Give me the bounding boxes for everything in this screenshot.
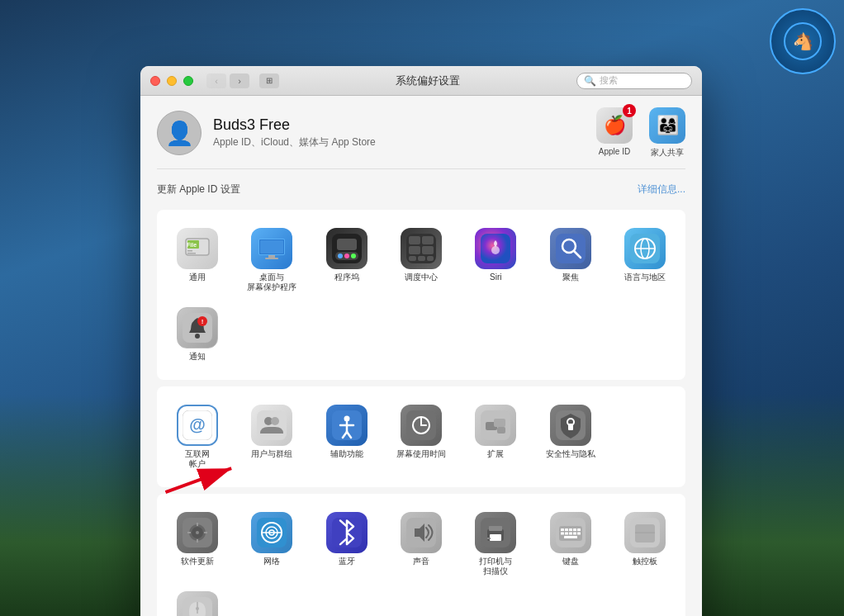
svg-rect-26 [418,256,425,261]
siri-label: Siri [490,272,501,282]
svg-rect-97 [635,524,655,543]
language-label: 语言与地区 [624,272,666,282]
grid-item-language[interactable]: 语言与地区 [609,223,680,297]
avatar-icon: 👤 [165,120,194,147]
internet-icon: @ [177,405,218,446]
svg-rect-90 [561,533,564,535]
svg-rect-12 [268,255,275,258]
general-icon: File [177,228,218,269]
desktop-icon [251,228,292,269]
back-button[interactable]: ‹ [206,73,226,88]
corner-logo: 🐴 [770,8,836,74]
grid-item-spotlight[interactable]: 聚焦 [534,223,605,297]
grid-item-sound[interactable]: 声音 [386,507,457,581]
grid-item-accessibility[interactable]: 辅助功能 [311,400,382,474]
svg-rect-23 [409,246,420,254]
forward-button[interactable]: › [230,73,249,88]
grid-item-siri[interactable]: Siri [460,223,531,297]
grid-item-screentime[interactable]: 屏幕使用时间 [386,400,457,474]
grid-item-general[interactable]: File 通用 [162,223,233,297]
grid-item-mouse[interactable]: 鼠标 [162,586,233,616]
network-label: 网络 [263,557,280,566]
svg-rect-95 [564,536,577,538]
search-box[interactable]: 🔍 搜索 [576,73,692,89]
profile-name: Buds3 Free [213,116,376,134]
svg-point-38 [195,334,200,339]
software-label: 软件更新 [181,557,214,566]
grid-item-notif[interactable]: ! 通知 [162,302,233,367]
bluetooth-label: 蓝牙 [339,557,355,566]
grid-item-software[interactable]: 软件更新 [162,507,233,581]
update-bar: 更新 Apple ID 设置 详细信息... [157,179,685,200]
svg-rect-22 [422,236,434,244]
svg-point-17 [344,254,349,258]
grid-item-missionctrl[interactable]: 调度中心 [386,223,457,297]
svg-point-47 [344,416,349,422]
svg-rect-13 [265,258,278,259]
grid-item-trackpad[interactable]: 触控板 [609,507,680,581]
zoom-button[interactable] [183,76,193,86]
minimize-button[interactable] [167,76,177,86]
update-text: 更新 Apple ID 设置 [157,182,240,197]
svg-point-66 [196,531,199,534]
keyboard-label: 键盘 [562,557,579,566]
accessibility-icon [326,405,367,446]
svg-rect-85 [561,528,564,531]
profile-info: Buds3 Free Apple ID、iCloud、媒体与 App Store [213,116,376,149]
printer-label: 打印机与扫描仪 [479,557,512,576]
extension-icon [475,405,516,446]
accessibility-label: 辅助功能 [330,449,363,459]
trackpad-icon [624,512,666,553]
grid-item-bluetooth[interactable]: 蓝牙 [311,507,382,581]
svg-rect-25 [409,256,416,261]
search-placeholder: 搜索 [600,74,618,87]
spotlight-label: 聚焦 [562,272,579,282]
avatar[interactable]: 👤 [157,111,202,155]
update-details-link[interactable]: 详细信息... [638,182,685,197]
users-label: 用户与群组 [251,449,292,459]
software-icon [177,512,218,553]
grid-item-keyboard[interactable]: 键盘 [534,507,605,581]
svg-rect-87 [569,528,572,531]
svg-rect-82 [487,538,491,539]
grid-view-button[interactable]: ⊞ [259,73,279,88]
grid-item-dock[interactable]: 程序坞 [311,223,382,297]
apple-id-badge: 1 [623,104,636,117]
screentime-label: 屏幕使用时间 [396,449,446,459]
svg-text:!: ! [202,318,204,325]
family-sharing-action[interactable]: 👨‍👩‍👧 家人共享 [649,107,685,159]
desktop-label: 桌面与屏幕保护程序 [247,272,296,292]
grid-item-printer[interactable]: 打印机与扫描仪 [460,507,531,581]
sound-label: 声音 [413,557,429,566]
system-preferences-window: ‹ › ⊞ 系统偏好设置 🔍 搜索 👤 Buds3 Free Apple ID、… [140,66,702,616]
grid-item-network[interactable]: 网络 [236,507,307,581]
apple-id-label: Apple ID [599,147,630,156]
svg-rect-24 [422,246,434,254]
grid-item-users[interactable]: 用户与群组 [236,400,307,474]
svg-point-45 [271,417,279,425]
grid-item-extension[interactable]: 扩展 [460,400,531,474]
svg-rect-92 [569,533,572,535]
svg-rect-21 [409,236,420,244]
trackpad-label: 触控板 [633,557,657,566]
svg-rect-86 [565,528,568,531]
sound-icon [401,512,442,553]
window-title: 系统偏好设置 [286,73,570,88]
network-icon [251,512,292,553]
profile-subtitle: Apple ID、iCloud、媒体与 App Store [213,135,376,149]
svg-point-16 [338,254,343,258]
grid-item-security[interactable]: 安全性与隐私 [534,400,605,474]
siri-icon [475,228,516,269]
apple-id-action[interactable]: 🍎 1 Apple ID [596,107,633,159]
printer-icon [475,512,516,553]
grid-item-desktop[interactable]: 桌面与屏幕保护程序 [236,223,307,297]
svg-rect-80 [490,534,501,541]
window-content: 👤 Buds3 Free Apple ID、iCloud、媒体与 App Sto… [140,96,702,616]
extension-label: 扩展 [487,449,504,459]
family-sharing-icon: 👨‍👩‍👧 [649,107,685,144]
svg-rect-27 [427,256,434,261]
svg-rect-11 [260,240,283,254]
svg-rect-8 [187,253,196,254]
search-icon: 🔍 [584,75,596,87]
close-button[interactable] [150,76,160,86]
